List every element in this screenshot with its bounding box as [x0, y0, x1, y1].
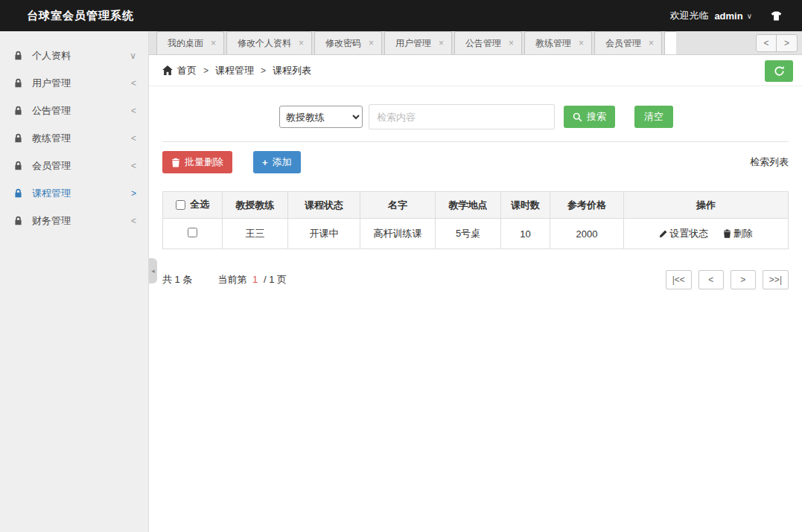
header-coach: 教授教练 [223, 192, 288, 219]
batch-delete-button[interactable]: 批量删除 [162, 151, 232, 173]
close-icon[interactable]: × [369, 39, 374, 48]
sidebar-item-coach-mgmt[interactable]: 教练管理 < [0, 124, 148, 152]
tab-scroll-nav: < > [756, 34, 798, 52]
header-name: 名字 [360, 192, 436, 219]
breadcrumb-section: 课程管理 [215, 64, 254, 77]
close-icon[interactable]: × [509, 39, 514, 48]
lock-icon [13, 78, 25, 88]
close-icon[interactable]: × [649, 39, 654, 48]
page-first-button[interactable]: |<< [666, 270, 692, 289]
filter-select[interactable]: 教授教练 [279, 106, 363, 128]
delete-link[interactable]: 删除 [723, 227, 753, 240]
cell-actions: 设置状态 删除 [624, 219, 789, 249]
page-next-button[interactable]: > [731, 270, 756, 289]
cell-status: 开课中 [288, 219, 360, 249]
header-select-all: 全选 [163, 192, 223, 219]
close-icon[interactable]: × [299, 39, 304, 48]
chevron-down-icon: ∨ [130, 51, 136, 61]
chevron-left-icon: < [131, 216, 136, 226]
user-menu[interactable]: admin ∨ [714, 10, 752, 22]
list-title: 检索列表 [750, 156, 789, 169]
header-status: 课程状态 [288, 192, 360, 219]
tab-change-password[interactable]: 修改密码 × [314, 31, 382, 54]
close-icon[interactable]: × [579, 39, 584, 48]
tab-member-mgmt[interactable]: 会员管理 × [594, 31, 662, 54]
chevron-down-icon: ∨ [747, 12, 752, 20]
current-page-prefix: 当前第 [217, 274, 246, 285]
pencil-icon [659, 230, 667, 238]
tab-strip: 我的桌面 × 修改个人资料 × 修改密码 × 用户管理 × 公告管理 × 教练管… [149, 31, 802, 55]
sidebar-item-course-mgmt[interactable]: 课程管理 > [0, 179, 148, 207]
delete-label: 删除 [733, 227, 753, 240]
select-all-label: 全选 [190, 198, 209, 211]
page-prev-button[interactable]: < [698, 270, 724, 289]
sidebar-item-label: 财务管理 [32, 214, 71, 228]
search-bar: 教授教练 搜索 清空 [149, 104, 802, 129]
breadcrumb-home[interactable]: 首页 [177, 64, 197, 77]
lock-icon [13, 51, 25, 60]
header-location: 教学地点 [436, 192, 501, 219]
cell-name: 高杆训练课 [360, 219, 436, 249]
table-header-row: 全选 教授教练 课程状态 名字 教学地点 课时数 参考价格 操作 [163, 192, 789, 219]
sidebar: 个人资料 ∨ 用户管理 < 公告管理 < 教练管理 < 会员管理 < 课程管理 … [0, 31, 149, 532]
clear-button[interactable]: 清空 [634, 106, 673, 128]
lock-icon [13, 161, 25, 170]
sidebar-item-user-mgmt[interactable]: 用户管理 < [0, 69, 148, 97]
table-footer: 共 1 条 当前第 1 / 1 页 |<< < > >>| [162, 270, 789, 289]
chevron-left-icon: < [131, 133, 136, 144]
sidebar-item-label: 教练管理 [32, 132, 71, 145]
close-icon[interactable]: × [439, 39, 444, 48]
add-button[interactable]: + 添加 [253, 151, 301, 173]
sidebar-item-label: 公告管理 [32, 104, 71, 118]
chevron-right-icon: > [131, 188, 136, 199]
current-page-number: 1 [252, 274, 258, 285]
row-checkbox[interactable] [188, 228, 197, 237]
course-table: 全选 教授教练 课程状态 名字 教学地点 课时数 参考价格 操作 [162, 191, 789, 249]
tab-label: 修改密码 [325, 37, 361, 50]
tab-scroll-right-button[interactable]: > [777, 35, 797, 51]
select-all-checkbox[interactable] [176, 200, 185, 210]
breadcrumb: 首页 > 课程管理 > 课程列表 [149, 55, 802, 86]
lock-icon [13, 133, 25, 143]
set-status-link[interactable]: 设置状态 [659, 227, 708, 240]
tab-my-desktop[interactable]: 我的桌面 × [156, 31, 224, 54]
page-last-button[interactable]: >>| [763, 270, 789, 289]
chevron-left-icon: < [131, 106, 136, 116]
sidebar-item-label: 课程管理 [32, 187, 71, 200]
sidebar-item-finance-mgmt[interactable]: 财务管理 < [0, 207, 148, 234]
trash-icon [171, 158, 180, 167]
lock-icon [13, 216, 25, 225]
lock-icon [13, 106, 25, 115]
search-input[interactable] [369, 104, 555, 129]
breadcrumb-separator: > [261, 65, 266, 76]
tab-scroll-left-button[interactable]: < [757, 35, 777, 51]
sidebar-item-profile[interactable]: 个人资料 ∨ [0, 42, 148, 69]
tab-label: 公告管理 [465, 37, 501, 50]
close-icon[interactable]: × [211, 39, 216, 48]
search-button[interactable]: 搜索 [564, 106, 615, 128]
sidebar-item-notice-mgmt[interactable]: 公告管理 < [0, 97, 148, 124]
main-content: 我的桌面 × 修改个人资料 × 修改密码 × 用户管理 × 公告管理 × 教练管… [149, 31, 802, 532]
set-status-label: 设置状态 [669, 227, 708, 240]
shirt-icon[interactable] [770, 10, 783, 22]
chevron-left-icon: < [131, 161, 136, 171]
cell-coach: 王三 [223, 219, 288, 249]
search-button-label: 搜索 [587, 110, 606, 124]
cell-price: 2000 [550, 219, 624, 249]
breadcrumb-separator: > [203, 65, 209, 76]
tab-coach-mgmt[interactable]: 教练管理 × [524, 31, 592, 54]
tab-user-mgmt[interactable]: 用户管理 × [384, 31, 452, 54]
sidebar-collapse-handle[interactable]: ◂ [149, 258, 157, 283]
breadcrumb-page: 课程列表 [273, 64, 311, 77]
tab-notice-mgmt[interactable]: 公告管理 × [454, 31, 522, 54]
tab-partial[interactable] [664, 31, 676, 54]
header-actions: 操作 [624, 192, 789, 219]
sidebar-item-member-mgmt[interactable]: 会员管理 < [0, 152, 148, 179]
current-page-suffix: / 1 页 [264, 274, 287, 285]
cell-location: 5号桌 [436, 219, 501, 249]
refresh-button[interactable] [765, 60, 793, 82]
chevron-left-icon: < [131, 78, 136, 89]
sidebar-item-label: 个人资料 [32, 49, 71, 63]
tab-label: 用户管理 [395, 37, 431, 50]
tab-edit-profile[interactable]: 修改个人资料 × [226, 31, 312, 54]
